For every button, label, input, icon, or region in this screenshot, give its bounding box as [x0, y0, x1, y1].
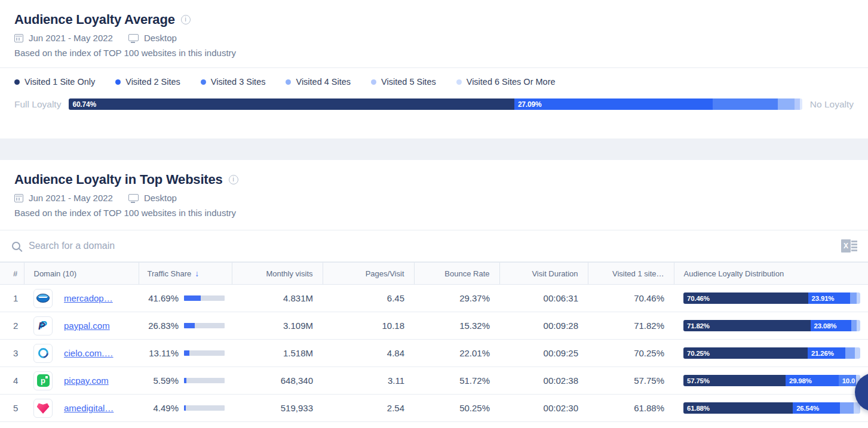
pages-per-visit-cell: 6.45 — [323, 285, 414, 312]
bar-segment: 23.08% — [811, 320, 851, 331]
excel-export-icon[interactable]: X — [841, 239, 857, 253]
column-header[interactable]: Bounce Rate — [414, 263, 499, 285]
full-loyalty-label: Full Loyalty — [14, 99, 61, 110]
loyalty-legend: Visited 1 Site OnlyVisited 2 SitesVisite… — [0, 68, 868, 87]
visit-duration-cell: 00:02:38 — [499, 367, 588, 395]
rank-cell: 2 — [0, 312, 24, 340]
bar-segment — [845, 347, 855, 359]
domain-link[interactable]: mercadop… — [64, 293, 113, 303]
top-websites-table: #Domain (10)Traffic Share↓Monthly visits… — [0, 262, 868, 422]
domain-link[interactable]: paypal.com — [64, 321, 110, 331]
legend-label: Visited 2 Sites — [125, 77, 180, 87]
legend-item[interactable]: Visited 2 Sites — [115, 77, 180, 87]
domain-link[interactable]: amedigital… — [64, 403, 114, 413]
pages-per-visit-cell: 2.54 — [323, 395, 414, 422]
bar-segment: 70.25% — [683, 347, 808, 359]
pages-per-visit-cell: 4.84 — [323, 340, 414, 367]
bar-segment: 27.09% — [514, 98, 713, 110]
loyalty-distribution-bar: 57.75%29.98%10.0 — [683, 375, 860, 386]
legend-dot-icon — [286, 79, 291, 85]
device-label: Desktop — [144, 33, 177, 43]
bar-segment-label: 57.75% — [683, 377, 710, 384]
monitor-icon — [128, 194, 139, 201]
traffic-share-cell: 41.69% — [139, 285, 232, 312]
bar-segment-label: 70.46% — [683, 295, 710, 302]
traffic-share-bar — [184, 350, 225, 356]
bar-segment — [855, 347, 860, 359]
bar-segment: 10.0 — [839, 375, 857, 386]
table-row: 5amedigital…4.49%519,9332.5450.25%00:02:… — [0, 395, 868, 422]
column-header[interactable]: Domain (10) — [24, 263, 139, 285]
monthly-visits-cell: 519,933 — [232, 395, 323, 422]
bounce-rate-cell: 22.01% — [414, 340, 499, 367]
legend-label: Visited 6 Sites Or More — [467, 77, 556, 87]
loyalty-average-stacked-bar: 60.74%27.09% — [69, 98, 802, 110]
column-header[interactable]: Traffic Share↓ — [139, 263, 232, 285]
cielo-favicon-icon — [33, 344, 53, 363]
legend-item[interactable]: Visited 1 Site Only — [14, 77, 95, 87]
loyalty-distribution-bar: 71.82%23.08% — [683, 320, 860, 331]
ame-favicon-icon — [33, 399, 53, 418]
column-header[interactable]: Visit Duration — [499, 263, 588, 285]
audience-loyalty-average-section: Audience Loyalty Average i Jun 2021 - Ma… — [0, 0, 868, 138]
date-range: Jun 2021 - May 2022 — [29, 193, 113, 203]
legend-dot-icon — [201, 79, 206, 85]
traffic-share-cell: 26.83% — [139, 312, 232, 340]
traffic-share-value: 5.59% — [146, 375, 179, 386]
legend-dot-icon — [456, 79, 462, 85]
bounce-rate-cell: 15.32% — [414, 312, 499, 340]
info-icon[interactable]: i — [229, 175, 238, 184]
loyalty-distribution-bar: 70.25%21.26% — [683, 347, 860, 359]
rank-cell: 5 — [0, 395, 24, 422]
column-header[interactable]: Audience Loyalty Distribution — [674, 263, 868, 285]
bar-segment — [800, 98, 802, 110]
column-header[interactable]: Visited 1 site… — [588, 263, 674, 285]
bar-segment — [778, 98, 795, 110]
legend-item[interactable]: Visited 5 Sites — [371, 77, 436, 87]
monthly-visits-cell: 648,340 — [232, 367, 323, 395]
domain-link[interactable]: cielo.com.… — [64, 348, 114, 358]
bar-segment-label: 23.08% — [811, 322, 837, 330]
picpay-favicon-icon: p — [33, 371, 53, 390]
page-title: Audience Loyalty Average — [14, 12, 175, 27]
loyalty-distribution-cell: 70.46%23.91% — [674, 285, 868, 312]
domain-cell: ppicpay.com — [24, 367, 139, 395]
rank-cell: 4 — [0, 367, 24, 395]
visited-1-site-cell: 61.88% — [588, 395, 674, 422]
search-icon[interactable] — [12, 242, 20, 250]
visit-duration-cell: 00:09:28 — [499, 312, 588, 340]
bounce-rate-cell: 51.72% — [414, 367, 499, 395]
audience-loyalty-top-websites-section: Audience Loyalty in Top Websites i Jun 2… — [0, 160, 868, 428]
bar-segment: 61.88% — [683, 402, 793, 414]
legend-item[interactable]: Visited 4 Sites — [286, 77, 351, 87]
column-header[interactable]: Pages/Visit — [323, 263, 414, 285]
sort-descending-icon: ↓ — [195, 269, 199, 278]
pages-per-visit-cell: 3.11 — [323, 367, 414, 395]
monitor-icon — [128, 34, 139, 41]
legend-label: Visited 5 Sites — [381, 77, 436, 87]
domain-link[interactable]: picpay.com — [64, 375, 109, 386]
bar-segment: 71.82% — [683, 320, 811, 331]
bar-segment-label: 27.09% — [514, 100, 542, 109]
search-input[interactable] — [29, 241, 833, 251]
column-header[interactable]: # — [0, 263, 24, 285]
calendar-icon — [14, 194, 23, 202]
loyalty-distribution-cell: 71.82%23.08% — [674, 312, 868, 340]
info-icon[interactable]: i — [181, 15, 191, 24]
domain-cell: PPpaypal.com — [24, 312, 139, 340]
rank-cell: 1 — [0, 285, 24, 312]
section-title: Audience Loyalty in Top Websites — [14, 172, 223, 187]
traffic-share-value: 41.69% — [146, 293, 179, 303]
rank-cell: 3 — [0, 340, 24, 367]
bar-segment-label: 61.88% — [683, 405, 710, 412]
legend-item[interactable]: Visited 6 Sites Or More — [456, 77, 556, 87]
traffic-share-value: 13.11% — [146, 348, 179, 358]
bar-segment: 70.46% — [683, 292, 808, 304]
pages-per-visit-cell: 10.18 — [323, 312, 414, 340]
table-row: 1mercadop…41.69%4.831M6.4529.37%00:06:31… — [0, 285, 868, 312]
column-header[interactable]: Monthly visits — [232, 263, 323, 285]
loyalty-distribution-cell: 61.88%26.54% — [674, 395, 868, 422]
legend-item[interactable]: Visited 3 Sites — [201, 77, 266, 87]
visit-duration-cell: 00:06:31 — [499, 285, 588, 312]
bar-segment: 60.74% — [69, 98, 514, 110]
